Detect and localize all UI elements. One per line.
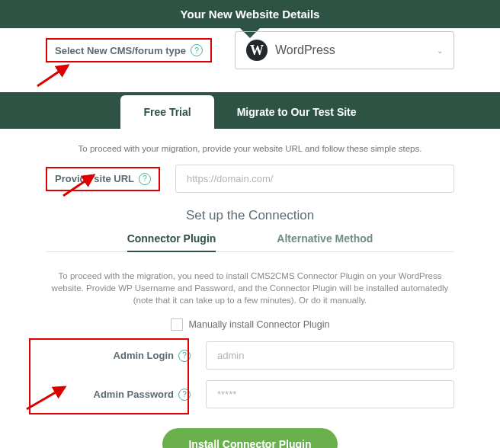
tab-migrate-label: Migrate to Our Test Site <box>237 106 357 118</box>
install-connector-button[interactable]: Install Connector Plugin <box>162 428 337 448</box>
wordpress-icon: W <box>246 40 268 61</box>
tab-free-trial[interactable]: Free Trial <box>120 95 213 129</box>
site-url-input[interactable] <box>175 165 454 193</box>
tab-connector-label: Connector Plugin <box>127 232 216 245</box>
manual-install-label: Manually install Connector Plugin <box>189 319 330 330</box>
method-tabs: Connector Plugin Alternative Method <box>0 232 500 258</box>
admin-login-input[interactable] <box>206 341 454 370</box>
intro-text: To proceed with your migration, provide … <box>0 129 500 165</box>
tab-alternative-method[interactable]: Alternative Method <box>277 232 373 252</box>
header-title: Your New Website Details <box>181 8 320 21</box>
annotation-arrow-icon <box>34 59 79 90</box>
chevron-down-icon: ⌄ <box>437 46 443 55</box>
svg-line-0 <box>37 66 68 86</box>
page-header: Your New Website Details <box>0 0 500 28</box>
tab-free-trial-label: Free Trial <box>143 106 191 118</box>
tab-migrate-test[interactable]: Migrate to Our Test Site <box>214 95 380 129</box>
tab-alternative-label: Alternative Method <box>277 232 373 245</box>
help-icon[interactable]: ? <box>191 44 203 56</box>
annotation-arrow-icon <box>59 169 105 200</box>
tab-connector-plugin[interactable]: Connector Plugin <box>127 232 216 252</box>
cms-selected-value: WordPress <box>275 43 335 57</box>
annotation-arrow-icon <box>23 382 76 413</box>
trial-tabbar: Free Trial Migrate to Our Test Site <box>0 92 500 129</box>
svg-line-1 <box>63 175 94 196</box>
manual-install-checkbox[interactable] <box>171 318 183 331</box>
svg-line-2 <box>27 387 65 409</box>
help-icon[interactable]: ? <box>139 173 151 185</box>
install-button-label: Install Connector Plugin <box>188 438 311 448</box>
cms-select[interactable]: W WordPress ⌄ <box>235 31 454 69</box>
admin-password-input[interactable] <box>206 380 454 408</box>
cms-label: Select New CMS/forum type <box>55 45 186 56</box>
connector-description: To proceed with the migration, you need … <box>0 259 500 318</box>
